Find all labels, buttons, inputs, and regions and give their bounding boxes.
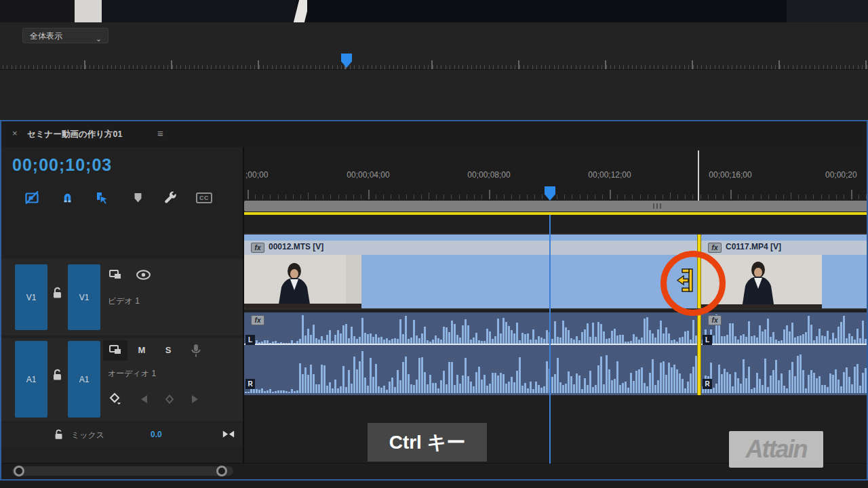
timeline-zoom-scrollbar[interactable] <box>244 201 868 211</box>
ruler-label: 00;00;12;00 <box>588 170 631 180</box>
solo-button[interactable]: S <box>162 345 174 355</box>
clip-name: 00012.MTS [V] <box>269 242 323 251</box>
timeline-panel: × セミナー動画の作り方01 ≡ 00;00;10;03 CC V1 <box>0 120 868 481</box>
voiceover-record-button[interactable] <box>189 343 203 361</box>
linked-selection-button[interactable] <box>94 189 111 207</box>
horizontal-scrollbar[interactable] <box>12 466 233 476</box>
nest-insert-toggle-button[interactable] <box>23 189 41 207</box>
track-label-a1: オーディオ 1 <box>108 368 156 380</box>
ruler-ticks <box>244 190 868 201</box>
wrench-icon <box>163 190 178 206</box>
sync-lock-toggle-v1[interactable] <box>108 269 122 283</box>
sync-lock-icon <box>108 269 122 281</box>
track-header-a1: A1 A1 M S オーディオ 1 <box>1 338 243 421</box>
ruler-label: 00;00;20 <box>825 170 857 180</box>
fx-badge[interactable]: fx <box>708 243 722 253</box>
timeline-settings-button[interactable] <box>161 189 179 207</box>
lock-open-icon <box>51 286 64 300</box>
add-keyframe-icon <box>165 394 174 404</box>
bowtie-icon <box>222 430 235 439</box>
premiere-pro-window: 全体表示 ⌄ { } <box>0 0 868 488</box>
playhead-line <box>549 213 551 464</box>
snap-toggle-button[interactable] <box>58 189 76 207</box>
source-patch-v1[interactable]: V1 <box>15 264 47 330</box>
chevron-down-icon: ⌄ <box>96 31 102 47</box>
track-lock-v1[interactable] <box>51 286 64 302</box>
previous-keyframe-button[interactable] <box>139 394 149 407</box>
ruler-label: 00;00;08;00 <box>467 170 510 180</box>
track-target-v1[interactable]: V1 <box>68 264 100 330</box>
transport-controls: { } <box>0 70 868 120</box>
clip-video-1[interactable]: fx 00012.MTS [V] <box>244 235 698 308</box>
monitor-controls-row: 全体表示 ⌄ <box>0 22 868 47</box>
sync-lock-toggle-a1[interactable] <box>108 344 122 359</box>
waveform-left <box>244 314 698 344</box>
trim-edit-point-audio[interactable] <box>697 312 701 395</box>
scrollbar-handle-right[interactable] <box>216 466 227 476</box>
track-label-v1: ビデオ 1 <box>108 296 140 307</box>
clip-audio-2[interactable]: fx L R <box>701 312 868 395</box>
timeline-add-marker-button[interactable] <box>129 189 146 207</box>
tab-title[interactable]: セミナー動画の作り方01 <box>27 129 122 140</box>
zoom-level-value: 全体表示 <box>30 31 62 41</box>
clip-video-2[interactable]: fx C0117.MP4 [V] <box>701 235 868 308</box>
mix-keyframe-toggle[interactable] <box>222 429 235 441</box>
nest-insert-icon <box>24 190 40 206</box>
fx-badge[interactable]: fx <box>251 315 264 325</box>
ruler-label: ;00;00 <box>245 170 268 180</box>
keyframe-diamond-icon <box>109 392 123 406</box>
mix-track-row: ミックス 0.0 <box>1 423 243 447</box>
timeline-tab-bar: × セミナー動画の作り方01 ≡ <box>1 121 867 148</box>
mix-track-label: ミックス <box>71 430 104 441</box>
track-lock-a1[interactable] <box>51 368 64 384</box>
panel-menu-icon[interactable]: ≡ <box>157 127 163 139</box>
waveform-left <box>701 314 868 344</box>
fx-badge[interactable]: fx <box>251 243 264 253</box>
monitor-mini-timeline[interactable] <box>0 47 868 70</box>
waveform-right <box>701 350 868 393</box>
mute-button[interactable]: M <box>136 345 148 355</box>
microphone-icon <box>189 343 203 358</box>
zoom-level-select[interactable]: 全体表示 ⌄ <box>22 28 108 43</box>
program-monitor-video <box>75 0 868 22</box>
scrollbar-handle-left[interactable] <box>14 466 24 476</box>
sync-lock-icon <box>108 344 122 356</box>
captions-button[interactable]: CC <box>195 189 213 207</box>
cc-icon: CC <box>196 192 212 203</box>
previous-keyframe-icon <box>139 394 149 404</box>
video-person-silhouette-2 <box>307 0 787 22</box>
linked-selection-icon <box>94 190 111 206</box>
source-patch-a1[interactable]: A1 <box>15 341 47 418</box>
waveform-right <box>244 350 698 393</box>
close-icon[interactable]: × <box>12 128 18 138</box>
add-keyframe-button[interactable] <box>165 394 174 407</box>
caption-overlay: Ctrl キー <box>368 423 487 462</box>
keyframe-menu-button[interactable] <box>109 392 123 409</box>
mix-volume-value[interactable]: 0.0 <box>151 430 162 439</box>
video-person-silhouette <box>102 0 296 22</box>
lock-open-icon <box>53 428 65 441</box>
ruler-label: 00;00;04;00 <box>347 170 389 180</box>
marker-icon <box>132 192 144 204</box>
timeline-ruler[interactable]: ;00;00 00;00;04;00 00;00;08;00 00;00;12;… <box>244 147 868 201</box>
edit-point-indicator <box>698 150 699 201</box>
playhead-timecode[interactable]: 00;00;10;03 <box>12 155 112 175</box>
track-lock-mix[interactable] <box>53 428 65 443</box>
track-target-a1[interactable]: A1 <box>68 341 100 418</box>
fx-badge[interactable]: fx <box>708 315 722 325</box>
ruler-label: 00;00;16;00 <box>709 170 751 180</box>
volume-rubber-band[interactable] <box>701 344 868 345</box>
magnet-icon <box>60 190 75 206</box>
video-background-right <box>787 0 868 22</box>
next-keyframe-button[interactable] <box>191 394 200 407</box>
watermark-text: Attain <box>746 435 807 464</box>
toggle-track-output-v1[interactable] <box>136 269 151 283</box>
track-header-v1: V1 V1 ビデオ 1 <box>1 259 243 336</box>
volume-rubber-band[interactable] <box>244 344 698 345</box>
channel-label-right: R <box>245 379 255 389</box>
channel-label-left: L <box>245 335 255 345</box>
clip-thumbnail-person <box>244 255 361 308</box>
annotation-circle <box>660 251 726 316</box>
video-background-left <box>75 0 102 22</box>
clip-audio-1[interactable]: fx L R <box>244 312 698 395</box>
